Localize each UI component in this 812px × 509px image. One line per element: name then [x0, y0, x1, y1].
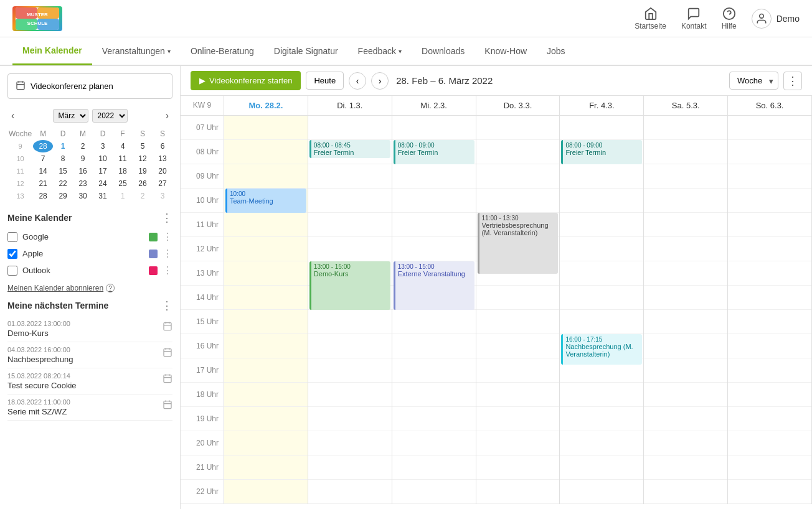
calendar-day[interactable]: 16 — [73, 165, 93, 177]
day-column-1[interactable]: 08:00 - 08:45Freier Termin13:00 - 15:00D… — [308, 116, 392, 504]
hour-cell[interactable] — [308, 237, 392, 261]
hour-cell[interactable] — [224, 286, 308, 310]
hour-cell[interactable] — [224, 358, 308, 383]
hour-cell[interactable] — [392, 358, 476, 383]
hour-cell[interactable] — [728, 383, 811, 407]
hour-cell[interactable] — [224, 407, 308, 431]
hour-cell[interactable] — [392, 383, 476, 407]
hour-cell[interactable] — [728, 189, 811, 213]
mini-cal-next[interactable]: › — [162, 109, 172, 123]
calendar-day[interactable]: 17 — [93, 165, 113, 177]
header-day-5[interactable]: Sa. 5.3. — [644, 96, 728, 115]
calendar-day[interactable]: 14 — [33, 165, 53, 177]
calendar-day[interactable]: 1 — [113, 190, 133, 202]
calendar-day[interactable]: 11 — [113, 152, 133, 165]
calendar-day[interactable]: 28 — [33, 190, 53, 202]
calendar-day[interactable]: 24 — [93, 177, 113, 190]
hour-cell[interactable] — [392, 213, 476, 237]
hour-cell[interactable] — [644, 286, 727, 310]
calendar-day[interactable]: 30 — [73, 190, 93, 202]
calendar-day[interactable]: 12 — [133, 152, 153, 165]
hour-cell[interactable] — [560, 431, 643, 455]
appointment-item[interactable]: 04.03.2022 16:00:00 Nachbesprechung — [7, 342, 172, 368]
hour-cell[interactable] — [224, 261, 308, 286]
startseite-nav[interactable]: Startseite — [635, 7, 666, 30]
cal-item-more[interactable]: ⋮ — [163, 264, 172, 276]
hour-cell[interactable] — [728, 261, 811, 286]
header-day-0[interactable]: Mo. 28.2. — [224, 96, 308, 115]
calendar-day[interactable]: 20 — [153, 165, 172, 177]
hour-cell[interactable] — [476, 455, 560, 480]
hour-cell[interactable] — [728, 237, 811, 261]
hour-cell[interactable] — [308, 189, 392, 213]
hour-cell[interactable] — [476, 480, 560, 504]
hour-cell[interactable] — [392, 431, 476, 455]
calendar-day[interactable]: 5 — [133, 140, 153, 152]
week-number[interactable]: 13 — [7, 190, 33, 202]
hour-cell[interactable] — [728, 164, 811, 189]
day-column-5[interactable] — [644, 116, 728, 504]
hour-cell[interactable] — [728, 334, 811, 358]
cal-item-more[interactable]: ⋮ — [163, 231, 172, 243]
calendar-event[interactable]: 13:00 - 15:00Externe Veranstaltung — [394, 261, 474, 310]
appointment-item[interactable]: 15.03.2022 08:20:14 Test secure Cookie — [7, 368, 172, 395]
hour-cell[interactable] — [476, 358, 560, 383]
calendar-event[interactable]: 08:00 - 09:00Freier Termin — [394, 140, 474, 164]
hour-cell[interactable] — [476, 286, 560, 310]
calendar-day[interactable]: 15 — [53, 165, 73, 177]
calendar-day[interactable]: 31 — [93, 190, 113, 202]
user-menu[interactable]: Demo — [752, 9, 800, 29]
hour-cell[interactable] — [308, 116, 392, 140]
hour-cell[interactable] — [224, 116, 308, 140]
subscribe-link[interactable]: Meinen Kalender abonnieren ? — [7, 284, 172, 292]
hour-cell[interactable] — [224, 310, 308, 334]
nav-veranstaltungen[interactable]: Veranstaltungen ▾ — [92, 37, 181, 65]
hour-cell[interactable] — [644, 237, 727, 261]
hour-cell[interactable] — [728, 407, 811, 431]
month-select[interactable]: JanFebMärzAprMaiJunJulAugSepOktNovDez — [53, 109, 88, 123]
hour-cell[interactable] — [224, 213, 308, 237]
hour-cell[interactable] — [560, 116, 643, 140]
hour-cell[interactable] — [392, 189, 476, 213]
calendar-day[interactable]: 6 — [153, 140, 172, 152]
header-day-4[interactable]: Fr. 4.3. — [560, 96, 644, 115]
prev-week-button[interactable]: ‹ — [349, 72, 366, 90]
cal-item-more[interactable]: ⋮ — [163, 248, 172, 259]
hour-cell[interactable] — [224, 140, 308, 164]
nav-feedback[interactable]: Feedback ▾ — [348, 37, 412, 65]
hour-cell[interactable] — [644, 116, 727, 140]
hour-cell[interactable] — [560, 480, 643, 504]
calendar-day[interactable]: 3 — [153, 190, 172, 202]
calendar-day[interactable]: 1 — [53, 140, 73, 152]
calendar-day[interactable]: 26 — [133, 177, 153, 190]
calendar-day[interactable]: 10 — [93, 152, 113, 165]
calendar-day[interactable]: 9 — [73, 152, 93, 165]
hour-cell[interactable] — [644, 431, 727, 455]
header-day-1[interactable]: Di. 1.3. — [308, 96, 392, 115]
hour-cell[interactable] — [308, 383, 392, 407]
next-appointments-more[interactable]: ⋮ — [161, 300, 172, 311]
hour-cell[interactable] — [224, 164, 308, 189]
hour-cell[interactable] — [308, 310, 392, 334]
calendar-event[interactable]: 16:00 - 17:15Nachbesprechung (M. Veranst… — [561, 334, 642, 365]
hour-cell[interactable] — [560, 286, 643, 310]
hour-cell[interactable] — [476, 383, 560, 407]
hour-cell[interactable] — [560, 310, 643, 334]
calendar-day[interactable]: 18 — [113, 165, 133, 177]
nav-know-how[interactable]: Know-How — [474, 37, 537, 65]
calendar-day[interactable]: 8 — [53, 152, 73, 165]
nav-mein-kalender[interactable]: Mein Kalender — [12, 37, 92, 65]
day-column-6[interactable] — [728, 116, 812, 504]
hour-cell[interactable] — [728, 213, 811, 237]
hour-cell[interactable] — [644, 480, 727, 504]
hour-cell[interactable] — [476, 407, 560, 431]
hour-cell[interactable] — [560, 383, 643, 407]
hour-cell[interactable] — [476, 140, 560, 164]
calendar-day[interactable]: 29 — [53, 190, 73, 202]
hour-cell[interactable] — [308, 164, 392, 189]
hour-cell[interactable] — [392, 237, 476, 261]
view-select[interactable]: Woche Tag Monat — [729, 72, 778, 90]
hour-cell[interactable] — [224, 237, 308, 261]
next-week-button[interactable]: › — [371, 72, 389, 90]
calendar-event[interactable]: 13:00 - 15:00Demo-Kurs — [309, 261, 390, 310]
